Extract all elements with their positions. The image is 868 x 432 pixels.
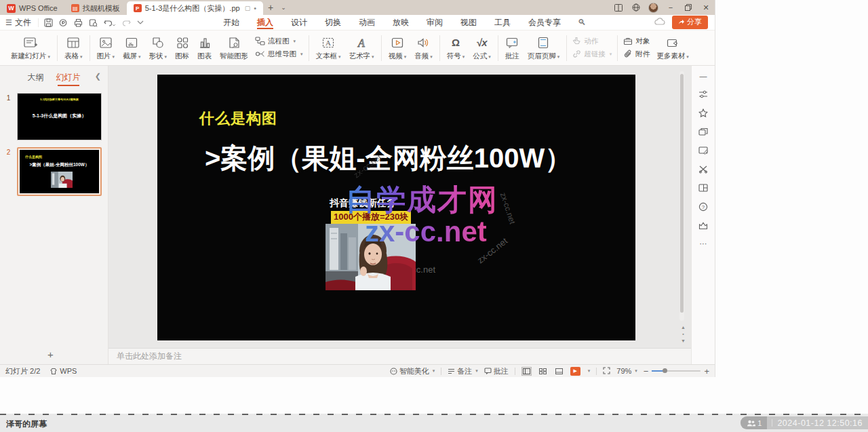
fit-slide-icon[interactable] [603,367,610,376]
reading-view-icon[interactable] [554,367,564,376]
tab-template-doc[interactable]: ▤ 找靓机模板 [64,1,127,15]
slide-sorter-view-icon[interactable] [538,367,548,376]
chart-button[interactable]: 图表 [193,33,216,63]
mindmap-button[interactable]: 思维导图▾ [255,50,303,60]
meeting-status-pill: 1 2024-01-12 12:50:16 [741,416,868,429]
comments-toggle-button[interactable]: 批注 [484,366,509,376]
wordart-button[interactable]: A 艺术字▾ [345,33,378,63]
slide-heading[interactable]: 什么是构图 [199,109,277,129]
rail-more-icon[interactable]: ⋯ [700,240,707,248]
tab-list-dropdown[interactable]: ⌄ [278,0,289,15]
textbox-button[interactable]: A 文本框▾ [312,33,345,63]
symbol-button[interactable]: Ω 符号▾ [443,33,469,63]
tab-slides[interactable]: 幻灯片 [56,72,81,83]
scroll-handle-icon[interactable]: ▪ [682,332,684,336]
slide-canvas[interactable]: 什么是构图 >案例（果姐-全网粉丝100W） 抖音赚钱新任务 1000个播放=2… [157,75,635,340]
tab-view[interactable]: 视图 [452,15,486,30]
zoom-out-icon[interactable]: − [644,366,649,376]
slide-2-preview[interactable]: 什么是构图 >案例（果姐-全网粉丝100W） [20,150,99,193]
object-button[interactable]: 对象 [623,37,650,47]
tab-animations[interactable]: 动画 [350,15,384,30]
layers-icon[interactable] [698,127,708,136]
attachment-button[interactable]: 附件 [623,50,650,60]
play-options-dropdown[interactable]: ▾ [588,368,591,374]
close-button[interactable]: ✕ [697,0,715,15]
new-tab-button[interactable]: + [263,0,278,15]
slide-title[interactable]: >案例（果姐-全网粉丝100W） [205,140,612,177]
screenshot-button[interactable]: 截屏▾ [119,33,145,63]
cloud-sync-icon[interactable] [654,18,665,27]
next-slide-icon[interactable]: ▼ [681,338,686,343]
file-menu[interactable]: ☰ 文件 [0,17,38,28]
notes-placeholder: 单击此处添加备注 [117,351,182,362]
tab-review[interactable]: 审阅 [418,15,452,30]
tab-insert[interactable]: 插入 [248,15,282,30]
tab-slideshow[interactable]: 放映 [384,15,418,30]
design-tools-icon[interactable] [698,146,708,155]
undo-icon[interactable] [104,18,116,27]
audio-button[interactable]: 音频▾ [410,33,437,63]
icons-button[interactable]: 图标 [171,33,193,63]
minimize-button[interactable]: − [662,0,679,15]
save-icon[interactable] [44,18,53,27]
prev-slide-icon[interactable]: ▲ [681,325,686,330]
slide-thumbnail-1[interactable]: 1 5-1同行拆解主播号30天2遍视频 5-1-3什么是构图（实操） [0,93,108,140]
user-avatar[interactable] [648,3,658,13]
layout-pane-icon[interactable] [698,184,708,192]
tab-transitions[interactable]: 切换 [316,15,350,30]
favorites-icon[interactable] [698,109,708,117]
print-icon[interactable] [74,18,83,27]
tab-current-presentation[interactable]: P 5-1-3是什么构图（实操）.pp ▢ • [127,1,263,15]
tab-tools[interactable]: 工具 [486,15,519,30]
share-button[interactable]: 分享 [672,16,708,29]
new-slide-button[interactable]: 新建幻灯片▾ [7,33,54,63]
table-button[interactable]: 表格▾ [60,33,87,63]
action-button[interactable]: 动作 [572,37,612,47]
animation-pane-icon[interactable] [698,165,708,174]
notes-bar[interactable]: 单击此处添加备注 [108,348,691,364]
smartart-button[interactable]: 智能图形 [216,33,252,63]
shapes-button[interactable]: 形状▾ [145,33,172,63]
tab-wps-home[interactable]: W WPS Office [0,1,64,15]
help-icon[interactable]: ? [698,202,708,212]
globe-icon[interactable] [627,0,645,15]
properties-icon[interactable] [698,90,708,98]
formula-button[interactable]: √x 公式▾ [469,33,495,63]
smart-beautify-button[interactable]: 智能美化▾ [390,366,435,376]
toolbar-more-icon[interactable] [137,20,144,25]
wps-theme-button[interactable]: WPS [50,367,77,375]
shapes-icon [151,35,165,50]
vertical-scrollbar[interactable] [679,71,684,321]
template-store-icon[interactable] [698,222,708,230]
tab-outline[interactable]: 大纲 [28,72,44,83]
zoom-level[interactable]: 79%▾ [616,367,637,375]
slide-editor[interactable]: 什么是构图 >案例（果姐-全网粉丝100W） 抖音赚钱新任务 1000个播放=2… [108,66,691,348]
zoom-slider[interactable]: − + [644,366,709,376]
search-icon[interactable]: 🔍︎ [578,18,586,27]
tab-home[interactable]: 开始 [214,15,248,30]
slide-thumbnail-2[interactable]: 2 什么是构图 >案例（果姐-全网粉丝100W） [0,147,108,196]
split-view-icon[interactable] [610,0,627,15]
restore-button[interactable] [679,0,697,15]
picture-button[interactable]: 图片▾ [93,33,119,63]
more-assets-button[interactable]: 更多素材▾ [652,33,693,63]
collapse-panel-icon[interactable]: ❮ [95,72,101,81]
comment-button[interactable]: 批注 [501,33,524,63]
hyperlink-button[interactable]: 超链接▾ [572,50,612,60]
normal-view-icon[interactable] [521,367,532,376]
header-footer-button[interactable]: 页眉页脚▾ [524,33,564,63]
export-pdf-icon[interactable] [59,18,68,27]
slide-1-preview[interactable]: 5-1同行拆解主播号30天2遍视频 5-1-3什么是构图（实操） [17,93,102,140]
collapse-rail-icon[interactable]: — [700,73,707,80]
notes-toggle-button[interactable]: 备注▾ [448,366,478,376]
zoom-slider-handle[interactable] [663,368,667,373]
slideshow-play-button[interactable]: ▶ [570,367,580,376]
add-slide-button[interactable]: + [47,349,54,360]
tab-member[interactable]: 会员专享 [519,15,570,30]
video-button[interactable]: 视频▾ [384,33,411,63]
redo-icon[interactable] [122,18,131,27]
tab-design[interactable]: 设计 [282,15,316,30]
flowchart-button[interactable]: 流程图▾ [255,37,303,47]
print-preview-icon[interactable] [89,18,98,27]
zoom-in-icon[interactable]: + [704,366,709,376]
